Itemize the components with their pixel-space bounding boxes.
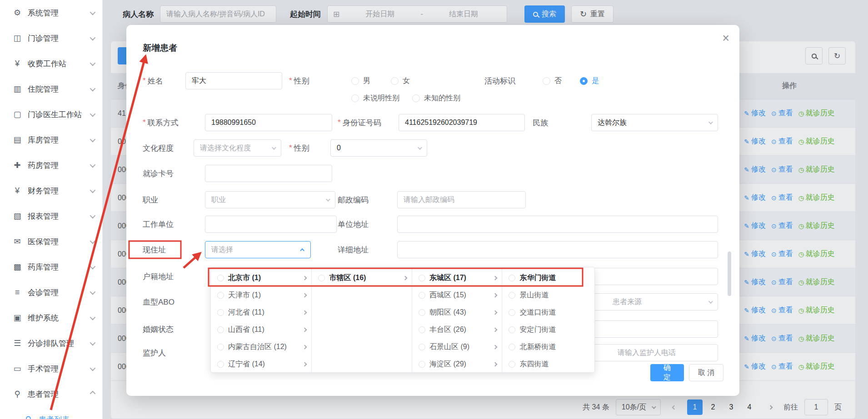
page-number-button[interactable]: 3 [723,399,739,415]
visit-history-link[interactable]: ◷ 就诊历史 [798,221,835,231]
edit-link[interactable]: ✎ 修改 [744,249,766,259]
confirm-button[interactable]: 确 定 [650,364,684,381]
cascader-street-option[interactable]: 景山街道 [502,286,594,304]
sidebar-item-outpatient-doctor-workstation[interactable]: ▢ 门诊医生工作站 [0,102,102,127]
name-input[interactable] [185,72,282,89]
visit-history-link[interactable]: ◷ 就诊历史 [798,193,835,202]
prev-page-button[interactable] [667,399,681,415]
postal-code-input[interactable] [397,191,526,208]
cascader-district-option[interactable]: 海淀区 (29) [412,355,502,372]
active-flag-radio-yes[interactable]: 是 [580,72,599,89]
search-button[interactable]: 搜索 [524,5,565,23]
view-link[interactable]: ⊙ 查看 [771,362,793,371]
sidebar-item-triage-queue-mgmt[interactable]: ☰ 分诊排队管理 [0,330,102,356]
edit-link[interactable]: ✎ 修改 [744,193,766,202]
cascader-district-option[interactable]: 朝阳区 (43) [412,304,502,321]
view-link[interactable]: ⊙ 查看 [771,221,793,231]
cascader-street-option[interactable]: 东四街道 [502,355,594,372]
gender-radio-male[interactable]: 男 [351,72,370,89]
gender-select[interactable]: 0 [330,139,427,157]
view-link[interactable]: ⊙ 查看 [771,137,793,146]
unit-address-input[interactable] [397,216,718,233]
visit-history-link[interactable]: ◷ 就诊历史 [798,165,835,174]
sidebar-item-warehouse-mgmt[interactable]: ▤ 库房管理 [0,127,102,153]
sidebar-item-patient-list[interactable]: ⚲ 患者列表 [0,407,102,419]
patient-name-input[interactable] [160,5,276,23]
sidebar-item-consultation-mgmt[interactable]: ≡ 会诊管理 [0,280,102,305]
cascader-province-option[interactable]: 河北省 (11) [211,304,311,321]
reset-button[interactable]: ↻ 重置 [571,5,614,23]
cascader-province-option[interactable]: 内蒙古自治区 (12) [211,338,311,355]
date-range-picker[interactable]: ⊞ 开始日期 - 结束日期 [327,5,507,23]
cascader-province-option[interactable]: 辽宁省 (14) [211,355,311,372]
patient-source-select[interactable]: 患者来源 [591,293,718,311]
close-icon[interactable]: × [722,32,729,44]
cascader-district-option[interactable]: 西城区 (15) [412,286,502,304]
cascader-street-option[interactable]: 交道口街道 [502,304,594,321]
detail-address-input[interactable] [397,241,718,258]
cascader-street-option[interactable]: 北新桥街道 [502,338,594,355]
visit-history-link[interactable]: ◷ 就诊历史 [798,334,835,343]
visit-history-link[interactable]: ◷ 就诊历史 [798,249,835,259]
current-address-cascader[interactable]: 请选择 [205,241,311,258]
cascader-street-option[interactable]: 安定门街道 [502,321,594,338]
sidebar-item-insurance-mgmt[interactable]: ✉ 医保管理 [0,229,102,254]
gender-radio-unspecified[interactable]: 未说明性别 [351,89,399,107]
sidebar-item-finance-mgmt[interactable]: ¥ 财务管理 [0,178,102,203]
view-link[interactable]: ⊙ 查看 [771,306,793,315]
cancel-button[interactable]: 取 消 [689,364,723,381]
visit-history-link[interactable]: ◷ 就诊历史 [798,277,835,287]
contact-input[interactable] [205,114,332,131]
ethnicity-select[interactable]: 达斡尔族 [591,114,718,131]
edit-link[interactable]: ✎ 修改 [744,108,766,118]
cascader-district-option[interactable]: 东城区 (17) [412,269,502,286]
guardian-phone-input[interactable] [591,344,718,361]
edit-link[interactable]: ✎ 修改 [744,221,766,231]
edit-link[interactable]: ✎ 修改 [744,165,766,174]
occupation-select[interactable]: 职业 [205,191,335,208]
education-select[interactable]: 请选择文化程度 [194,139,281,157]
view-link[interactable]: ⊙ 查看 [771,249,793,259]
edit-link[interactable]: ✎ 修改 [744,334,766,343]
table-refresh-button[interactable]: ↻ [828,47,846,64]
gender-radio-female[interactable]: 女 [391,72,410,89]
sidebar-item-surgery-mgmt[interactable]: ▭ 手术管理 [0,356,102,381]
sidebar-item-system-mgmt[interactable]: ⚙ 系统管理 [0,0,102,25]
view-link[interactable]: ⊙ 查看 [771,165,793,174]
view-link[interactable]: ⊙ 查看 [771,334,793,343]
view-link[interactable]: ⊙ 查看 [771,277,793,287]
edit-link[interactable]: ✎ 修改 [744,306,766,315]
cascader-district-option[interactable]: 丰台区 (26) [412,321,502,338]
cascader-province-option[interactable]: 北京市 (1) [211,269,311,286]
gender-radio-unknown[interactable]: 未知的性别 [412,89,460,107]
visit-history-link[interactable]: ◷ 就诊历史 [798,306,835,315]
visit-history-link[interactable]: ◷ 就诊历史 [798,362,835,371]
sidebar-item-outpatient-mgmt[interactable]: ◫ 门诊管理 [0,25,102,51]
sidebar-item-patient-mgmt[interactable]: ⚲ 患者管理 [0,381,102,407]
goto-page-input[interactable] [804,399,828,415]
sidebar-item-report-mgmt[interactable]: ▧ 报表管理 [0,203,102,229]
edit-link[interactable]: ✎ 修改 [744,277,766,287]
table-search-button[interactable] [805,47,823,64]
active-flag-radio-no[interactable]: 否 [543,72,562,89]
work-unit-input[interactable] [205,216,337,233]
cascader-province-option[interactable]: 山西省 (11) [211,321,311,338]
view-link[interactable]: ⊙ 查看 [771,108,793,118]
cascader-district-option[interactable]: 石景山区 (9) [412,338,502,355]
page-number-button[interactable]: 2 [705,399,721,415]
id-number-input[interactable] [399,114,525,131]
page-number-button[interactable]: 1 [687,399,703,415]
sidebar-item-drug-storage-mgmt[interactable]: ▩ 药库管理 [0,254,102,280]
cascader-city-option[interactable]: 市辖区 (16) [312,269,411,286]
edit-link[interactable]: ✎ 修改 [744,137,766,146]
cascader-province-option[interactable]: 天津市 (1) [211,286,311,304]
next-page-button[interactable] [763,399,777,415]
visit-history-link[interactable]: ◷ 就诊历史 [798,108,835,118]
visit-card-input[interactable] [205,165,332,182]
visit-history-link[interactable]: ◷ 就诊历史 [798,137,835,146]
sidebar-item-maintenance-system[interactable]: ▣ 维护系统 [0,305,102,330]
page-number-button[interactable]: 4 [742,399,757,415]
view-link[interactable]: ⊙ 查看 [771,193,793,202]
edit-link[interactable]: ✎ 修改 [744,362,766,371]
cascader-street-option[interactable]: 东华门街道 [502,269,594,286]
